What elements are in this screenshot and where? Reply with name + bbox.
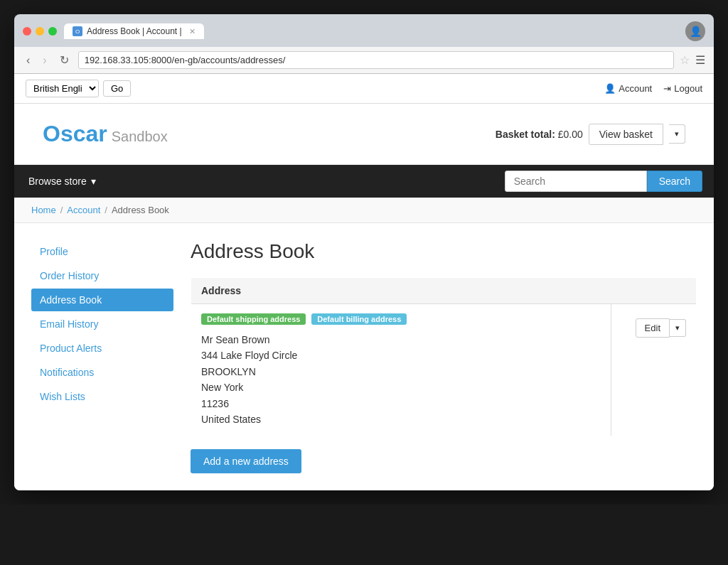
- menu-icon[interactable]: ☰: [695, 53, 705, 67]
- search-area: Search: [505, 171, 702, 192]
- back-button[interactable]: ‹: [23, 53, 33, 68]
- breadcrumb-current: Address Book: [112, 205, 169, 215]
- basket-area: Basket total: £0.00 View basket ▾: [496, 124, 685, 145]
- refresh-button[interactable]: ↻: [56, 52, 73, 68]
- bookmark-icon[interactable]: ☆: [680, 53, 690, 67]
- address-cell: Default shipping address Default billing…: [191, 304, 611, 436]
- basket-dropdown-button[interactable]: ▾: [669, 124, 685, 144]
- browse-store-button[interactable]: Browse store ▾: [14, 166, 110, 197]
- tab-favicon: O: [73, 26, 82, 36]
- logo-oscar: Oscar: [43, 121, 107, 147]
- address-table: Address Default shipping address Default…: [191, 277, 697, 436]
- breadcrumb: Home / Account / Address Book: [31, 205, 697, 215]
- column-actions: [611, 278, 697, 304]
- column-address: Address: [191, 278, 611, 304]
- page-content: British Engli Go 👤 Account ⇥ Logout Osca…: [14, 74, 714, 490]
- browse-store-dropdown-icon: ▾: [91, 176, 96, 187]
- main-layout: Profile Order History Address Book Email…: [31, 240, 697, 473]
- browser-addressbar: ‹ › ↻ ☆ ☰: [14, 47, 714, 74]
- basket-total: Basket total: £0.00: [496, 129, 583, 140]
- sidebar-item-notifications[interactable]: Notifications: [31, 361, 173, 384]
- logout-link[interactable]: ⇥ Logout: [663, 83, 702, 94]
- logout-icon: ⇥: [663, 83, 671, 94]
- address-country: United States: [201, 411, 601, 427]
- breadcrumb-account[interactable]: Account: [67, 205, 100, 215]
- language-selector: British Engli Go: [26, 80, 131, 97]
- view-basket-button[interactable]: View basket: [589, 124, 663, 145]
- edit-button[interactable]: Edit: [636, 318, 670, 338]
- address-lines: Mr Sean Brown 344 Lake Floyd Circle BROO…: [201, 332, 601, 427]
- breadcrumb-sep-2: /: [105, 205, 107, 215]
- sidebar-item-order-history[interactable]: Order History: [31, 264, 173, 287]
- site-header: Oscar Sandbox Basket total: £0.00 View b…: [14, 104, 714, 165]
- forward-button[interactable]: ›: [39, 53, 50, 68]
- sidebar-item-email-history[interactable]: Email History: [31, 313, 173, 335]
- sidebar-item-profile[interactable]: Profile: [31, 240, 173, 263]
- breadcrumb-home[interactable]: Home: [31, 205, 56, 215]
- nav-bar: Browse store ▾ Search: [14, 165, 714, 198]
- address-line3: New York: [201, 380, 601, 395]
- search-button[interactable]: Search: [647, 171, 702, 192]
- close-dot[interactable]: [23, 27, 31, 36]
- utility-nav: 👤 Account ⇥ Logout: [604, 83, 702, 94]
- sidebar-item-address-book[interactable]: Address Book: [31, 289, 173, 311]
- logo[interactable]: Oscar Sandbox: [43, 121, 168, 147]
- tab-title: Address Book | Account |: [87, 26, 182, 36]
- search-input[interactable]: [505, 171, 647, 192]
- minimize-dot[interactable]: [36, 27, 44, 36]
- address-line1: 344 Lake Floyd Circle: [201, 348, 601, 363]
- actions-cell: Edit ▾: [611, 304, 697, 436]
- breadcrumb-bar: Home / Account / Address Book: [14, 198, 714, 223]
- account-link[interactable]: 👤 Account: [604, 83, 652, 94]
- address-line2: BROOKLYN: [201, 364, 601, 380]
- basket-total-value: £0.00: [558, 129, 583, 140]
- edit-button-wrap: Edit ▾: [621, 318, 686, 338]
- account-icon: 👤: [604, 83, 616, 94]
- tab-close-icon[interactable]: ✕: [189, 27, 196, 36]
- browser-avatar: 👤: [685, 21, 705, 41]
- sidebar: Profile Order History Address Book Email…: [31, 240, 173, 473]
- page-title: Address Book: [191, 240, 697, 263]
- address-name: Mr Sean Brown: [201, 332, 601, 348]
- sidebar-item-product-alerts[interactable]: Product Alerts: [31, 337, 173, 360]
- browser-dots: [23, 27, 57, 36]
- utility-bar: British Engli Go 👤 Account ⇥ Logout: [14, 74, 714, 104]
- logo-sandbox: Sandbox: [112, 129, 168, 145]
- basket-total-label: Basket total:: [496, 129, 555, 140]
- sidebar-item-wish-lists[interactable]: Wish Lists: [31, 385, 173, 408]
- browse-store-label: Browse store: [28, 176, 87, 187]
- maximize-dot[interactable]: [48, 27, 57, 36]
- language-dropdown[interactable]: British Engli: [26, 80, 99, 97]
- address-input[interactable]: [78, 51, 674, 69]
- add-address-button[interactable]: Add a new address: [191, 449, 301, 473]
- browser-titlebar: O Address Book | Account | ✕ 👤: [14, 14, 714, 47]
- address-tags: Default shipping address Default billing…: [201, 313, 601, 328]
- table-row: Default shipping address Default billing…: [191, 304, 697, 436]
- browser-window: O Address Book | Account | ✕ 👤 ‹ › ↻ ☆ ☰…: [14, 14, 714, 490]
- breadcrumb-sep-1: /: [60, 205, 63, 215]
- content-area: Address Book Address: [191, 240, 697, 473]
- default-billing-tag: Default billing address: [311, 313, 407, 325]
- default-shipping-tag: Default shipping address: [201, 313, 306, 325]
- browser-tab[interactable]: O Address Book | Account | ✕: [64, 23, 204, 39]
- main-content: Profile Order History Address Book Email…: [14, 223, 714, 490]
- address-postcode: 11236: [201, 396, 601, 411]
- go-button[interactable]: Go: [103, 80, 131, 97]
- edit-dropdown-button[interactable]: ▾: [670, 319, 686, 337]
